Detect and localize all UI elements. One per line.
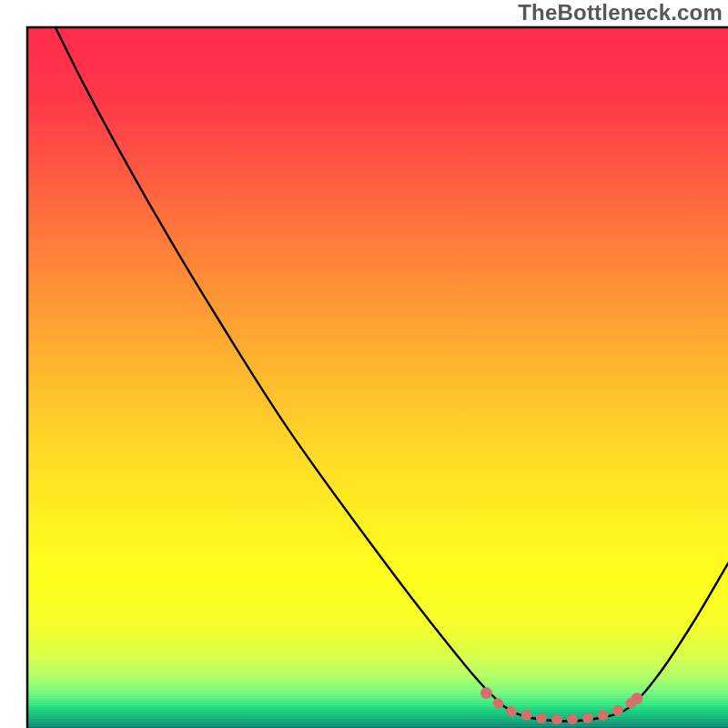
svg-point-31 [631,693,642,704]
watermark-label: TheBottleneck.com [518,0,723,25]
chart-frame: TheBottleneck.com [0,0,728,728]
gradient-background [27,27,728,728]
bottleneck-chart [0,0,728,728]
svg-point-30 [480,687,492,699]
